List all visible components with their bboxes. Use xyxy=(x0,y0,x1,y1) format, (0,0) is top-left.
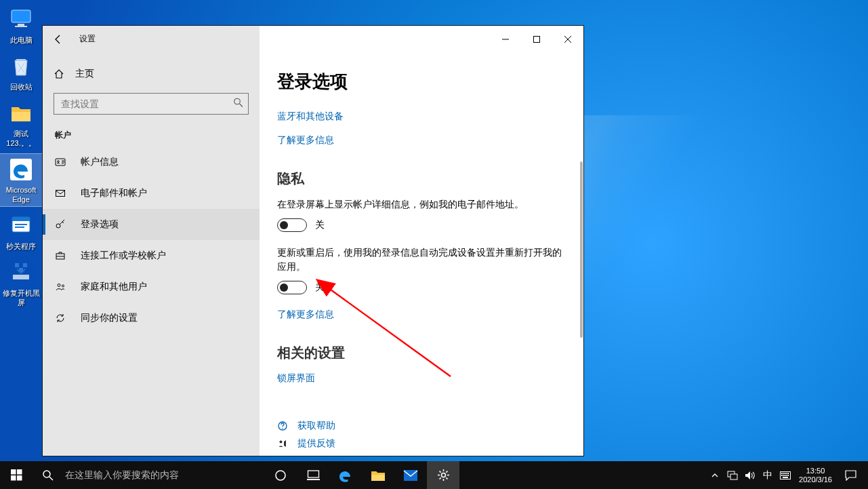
mail-icon xyxy=(403,469,418,482)
window-titlebar[interactable]: 设置 xyxy=(43,26,260,52)
svg-point-19 xyxy=(62,285,64,287)
gear-icon xyxy=(437,469,450,482)
task-settings[interactable] xyxy=(427,461,459,489)
nav-signin[interactable]: 登录选项 xyxy=(43,209,260,240)
taskbar-spacer xyxy=(459,461,706,489)
settings-window: 设置 主页 帐户 帐户信息 电子邮件和帐户 xyxy=(42,25,584,456)
clock-time: 13:50 xyxy=(794,467,837,475)
search-placeholder: 在这里输入你要搜索的内容 xyxy=(65,469,264,482)
config-icon xyxy=(8,260,34,286)
nav-email[interactable]: 电子邮件和帐户 xyxy=(43,178,260,209)
page-title: 登录选项 xyxy=(277,70,566,94)
desktop-icon-edge[interactable]: Microsoft Edge xyxy=(0,154,42,206)
task-mail[interactable] xyxy=(394,461,427,489)
svg-point-23 xyxy=(280,441,283,444)
link-bluetooth[interactable]: 蓝牙和其他设备 xyxy=(277,111,344,123)
desktop-icons: 此电脑 回收站 测试123.。。 Microsoft Edge 秒关程序 修复开… xyxy=(0,0,42,309)
key-icon xyxy=(55,219,66,230)
svg-point-22 xyxy=(282,428,283,429)
minimize-icon xyxy=(502,36,509,43)
windows-icon xyxy=(11,469,22,481)
task-explorer[interactable] xyxy=(362,461,394,489)
nav-account-info[interactable]: 帐户信息 xyxy=(43,146,260,178)
scrollbar[interactable] xyxy=(580,161,583,338)
toggle-privacy-2-label: 关 xyxy=(315,281,325,294)
svg-rect-44 xyxy=(785,475,787,476)
desktop-icon-this-pc[interactable]: 此电脑 xyxy=(0,4,42,47)
privacy-desc-2: 更新或重启后，使用我的登录信息自动完成设备设置并重新打开我的应用。 xyxy=(277,246,562,274)
minimize-button[interactable] xyxy=(490,26,521,52)
toggle-privacy-1-label: 关 xyxy=(315,219,325,231)
desktop-icon-folder[interactable]: 测试123.。。 xyxy=(0,98,42,150)
nav-item-label: 帐户信息 xyxy=(81,156,119,168)
keyboard-icon xyxy=(780,471,791,480)
nav-sync[interactable]: 同步你的设置 xyxy=(43,302,260,334)
toggle-privacy-1[interactable] xyxy=(277,218,307,232)
nav-item-label: 登录选项 xyxy=(81,218,119,231)
tray-ime-keyboard[interactable] xyxy=(777,471,794,480)
tray-clock[interactable]: 13:50 2020/3/16 xyxy=(794,467,837,484)
privacy-desc-1: 在登录屏幕上显示帐户详细信息，例如我的电子邮件地址。 xyxy=(277,197,562,212)
maximize-button[interactable] xyxy=(521,26,552,52)
search-input[interactable] xyxy=(54,93,249,115)
nav-item-label: 连接工作或学校帐户 xyxy=(81,250,166,262)
nav-group-label: 帐户 xyxy=(43,120,260,146)
nav-home[interactable]: 主页 xyxy=(43,60,260,87)
desktop-icon-label: 此电脑 xyxy=(0,35,42,45)
nav-work-school[interactable]: 连接工作或学校帐户 xyxy=(43,240,260,271)
home-icon xyxy=(54,69,64,79)
desktop-icon-recycle[interactable]: 回收站 xyxy=(0,51,42,94)
section-privacy-title: 隐私 xyxy=(277,170,566,188)
volume-icon xyxy=(745,471,756,480)
tray-volume[interactable] xyxy=(741,471,759,480)
help-icon xyxy=(277,420,288,431)
cortana-icon xyxy=(274,469,287,482)
close-button[interactable] xyxy=(552,26,583,52)
start-button[interactable] xyxy=(0,461,33,489)
desktop-icon-label: 秒关程序 xyxy=(0,241,42,251)
svg-rect-38 xyxy=(781,473,783,474)
nav-family[interactable]: 家庭和其他用户 xyxy=(43,271,260,302)
close-icon xyxy=(564,36,571,43)
toggle-privacy-2[interactable] xyxy=(277,281,307,294)
task-taskview[interactable] xyxy=(297,461,329,489)
svg-rect-42 xyxy=(781,475,783,476)
tray-action-center[interactable] xyxy=(837,470,864,481)
svg-rect-0 xyxy=(12,10,30,22)
tray-chevron[interactable] xyxy=(706,472,724,479)
svg-rect-45 xyxy=(787,475,789,476)
tray-network[interactable] xyxy=(724,471,741,480)
svg-point-12 xyxy=(234,98,241,104)
settings-sidebar: 设置 主页 帐户 帐户信息 电子邮件和帐户 xyxy=(43,26,260,456)
people-icon xyxy=(55,281,66,292)
tray-ime-lang[interactable]: 中 xyxy=(759,469,777,482)
svg-point-29 xyxy=(43,471,50,477)
taskbar-search[interactable]: 在这里输入你要搜索的内容 xyxy=(33,461,264,489)
nav-item-label: 家庭和其他用户 xyxy=(81,281,147,293)
folder-icon xyxy=(8,100,34,126)
svg-rect-1 xyxy=(18,24,24,26)
window-title: 设置 xyxy=(79,33,96,45)
svg-point-18 xyxy=(58,284,60,287)
svg-point-16 xyxy=(56,224,60,228)
nav-home-label: 主页 xyxy=(75,68,94,80)
svg-rect-43 xyxy=(783,475,785,476)
link-feedback[interactable]: 提供反馈 xyxy=(297,437,335,450)
monitor-icon xyxy=(8,7,34,33)
svg-rect-9 xyxy=(15,263,19,267)
svg-rect-6 xyxy=(15,224,27,225)
link-learn-more-2[interactable]: 了解更多信息 xyxy=(277,309,334,321)
task-cortana[interactable] xyxy=(264,461,297,489)
link-learn-more-1[interactable]: 了解更多信息 xyxy=(277,134,334,146)
task-edge[interactable] xyxy=(329,461,362,489)
svg-rect-46 xyxy=(783,477,788,478)
desktop-icon-program[interactable]: 秒关程序 xyxy=(0,210,42,253)
desktop-icon-bootfix[interactable]: 修复开机黑屏 xyxy=(0,257,42,309)
clock-date: 2020/3/16 xyxy=(794,475,837,484)
desktop-icon-label: 测试123.。。 xyxy=(0,129,42,148)
svg-rect-33 xyxy=(404,470,417,481)
network-icon xyxy=(727,471,738,480)
link-lockscreen[interactable]: 锁屏界面 xyxy=(277,372,315,385)
link-get-help[interactable]: 获取帮助 xyxy=(297,420,335,432)
back-button[interactable] xyxy=(43,26,74,52)
